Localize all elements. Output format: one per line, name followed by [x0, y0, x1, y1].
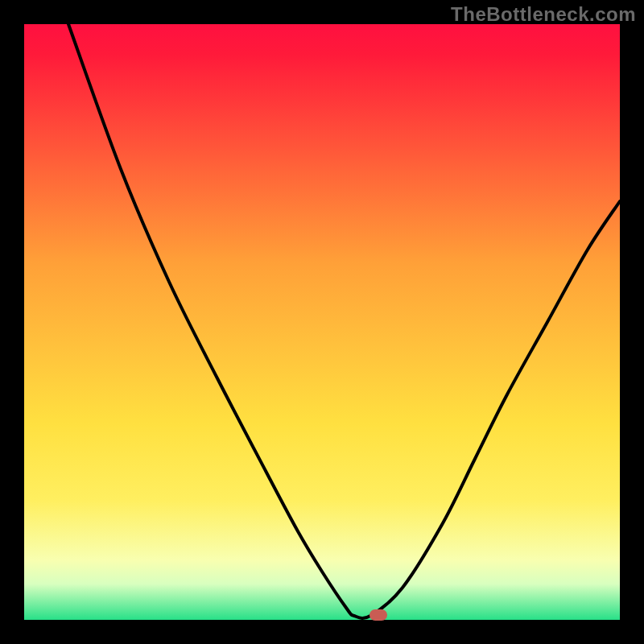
chart-svg	[0, 0, 644, 644]
bottleneck-chart: TheBottleneck.com	[0, 0, 644, 644]
plot-area	[24, 24, 620, 620]
optimal-marker	[369, 609, 387, 621]
